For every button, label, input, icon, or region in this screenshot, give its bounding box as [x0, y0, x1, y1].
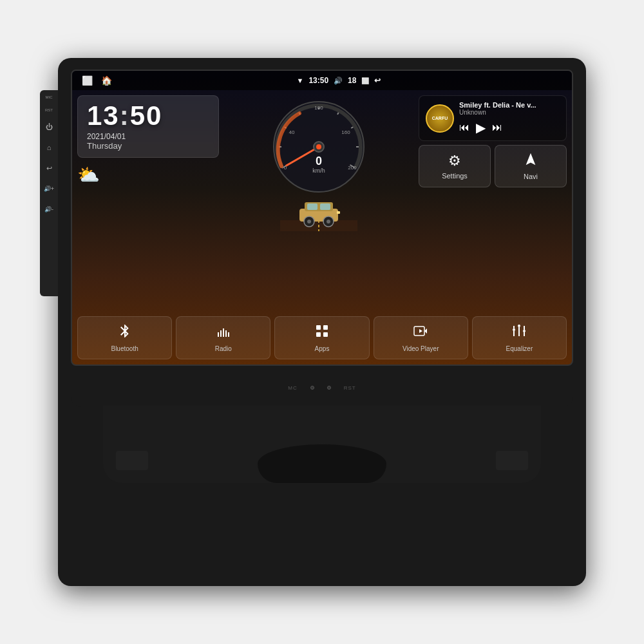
left-panel: 13:50 2021/04/01 Thursday ⛅ — [77, 95, 219, 359]
window-icon: ⬜ — [361, 77, 369, 84]
status-bar-left: ⬜ 🏠 — [80, 73, 113, 88]
status-bar: ⬜ 🏠 ▼ 13:50 🔊 18 ⬜ ↩ — [72, 71, 572, 90]
settings-navi-row: ⚙ Settings Navi — [419, 145, 567, 187]
clock-widget: 13:50 2021/04/01 Thursday — [77, 95, 219, 158]
volume-icon: 🔊 — [334, 77, 343, 85]
car-illustration — [280, 196, 357, 231]
car-image-area — [280, 196, 357, 231]
mc-label: MC — [288, 385, 297, 391]
svg-text:0: 0 — [316, 155, 322, 167]
home-nav-icon[interactable]: ⬜ — [80, 73, 94, 88]
music-info: Smiley ft. Delia - Ne v... Unknown ⏮ ▶ ⏭ — [459, 101, 560, 135]
music-logo: CARFU — [426, 104, 454, 133]
home-side-button[interactable]: ⌂ — [43, 142, 55, 153]
svg-rect-33 — [220, 330, 222, 337]
bottom-unit: MC RST — [71, 368, 573, 483]
svg-text:160: 160 — [341, 129, 350, 135]
music-controls: ⏮ ▶ ⏭ — [459, 120, 560, 135]
next-button[interactable]: ⏭ — [492, 122, 502, 133]
music-widget[interactable]: CARFU Smiley ft. Delia - Ne v... Unknown… — [419, 95, 567, 141]
navi-icon — [524, 152, 538, 170]
navi-label: Navi — [524, 173, 538, 180]
svg-text:km/h: km/h — [312, 167, 325, 174]
wifi-icon: ▼ — [297, 77, 304, 84]
right-panel: CARFU Smiley ft. Delia - Ne v... Unknown… — [419, 95, 567, 359]
main-content: 13:50 2021/04/01 Thursday ⛅ — [72, 90, 572, 365]
status-bar-center: ▼ 13:50 🔊 18 ⬜ ↩ — [297, 76, 381, 85]
back-side-button[interactable]: ↩ — [43, 162, 55, 174]
music-artist: Unknown — [459, 109, 560, 116]
vol-down-button[interactable]: 🔊- — [43, 204, 55, 215]
vol-up-button[interactable]: 🔊+ — [43, 183, 55, 194]
navi-button[interactable]: Navi — [495, 145, 567, 187]
weather-icon: ⛅ — [77, 164, 100, 185]
car-unit: MIC RST ⏻ ⌂ ↩ 🔊+ 🔊- ⬜ 🏠 ▼ 13:50 🔊 18 ⬜ ↩ — [58, 58, 586, 586]
svg-text:200: 200 — [348, 165, 357, 171]
play-button[interactable]: ▶ — [476, 120, 486, 135]
status-time: 13:50 — [308, 76, 328, 85]
dot-2 — [327, 386, 331, 390]
dot-1 — [310, 386, 314, 390]
svg-marker-31 — [526, 153, 536, 165]
settings-label: Settings — [442, 172, 468, 180]
weather-widget: ⛅ — [77, 162, 219, 188]
svg-text:0: 0 — [284, 165, 287, 171]
clock-display: 13:50 — [87, 102, 162, 129]
clock-hours: 13 — [87, 100, 120, 131]
speedometer-widget: 0 40 100 160 200 0 km/h — [267, 95, 370, 198]
svg-text:100: 100 — [314, 105, 323, 111]
svg-point-12 — [316, 144, 321, 149]
bracket-left — [116, 451, 148, 470]
clock-day: Thursday — [87, 141, 122, 151]
svg-rect-25 — [320, 204, 330, 210]
svg-point-28 — [307, 220, 311, 223]
volume-level: 18 — [348, 76, 356, 85]
mic-label: MIC — [46, 95, 53, 99]
speedometer-svg: 0 40 100 160 200 0 km/h — [267, 95, 370, 198]
settings-icon: ⚙ — [448, 153, 461, 169]
rst-bottom-label: RST — [344, 385, 356, 391]
svg-rect-30 — [337, 211, 340, 214]
house-nav-icon[interactable]: 🏠 — [99, 73, 113, 88]
music-title: Smiley ft. Delia - Ne v... — [459, 101, 560, 109]
mount-area — [103, 406, 541, 483]
clock-date: 2021/04/01 — [87, 132, 126, 141]
main-screen: ⬜ 🏠 ▼ 13:50 🔊 18 ⬜ ↩ 13:50 202 — [71, 70, 573, 366]
svg-text:40: 40 — [289, 129, 295, 135]
svg-point-29 — [327, 220, 330, 223]
rst-label: RST — [45, 108, 53, 112]
settings-button[interactable]: ⚙ Settings — [419, 145, 491, 187]
back-status-icon: ↩ — [374, 76, 381, 85]
bracket-right — [496, 451, 528, 470]
clock-minutes: 50 — [130, 100, 163, 131]
middle-panel: 0 40 100 160 200 0 km/h — [224, 95, 413, 359]
bottom-decorative: MC RST — [71, 368, 573, 407]
svg-rect-24 — [307, 204, 317, 210]
music-logo-text: CARFU — [432, 116, 448, 120]
power-button[interactable]: ⏻ — [43, 121, 55, 133]
prev-button[interactable]: ⏮ — [459, 122, 469, 133]
side-panel: MIC RST ⏻ ⌂ ↩ 🔊+ 🔊- — [40, 90, 58, 296]
